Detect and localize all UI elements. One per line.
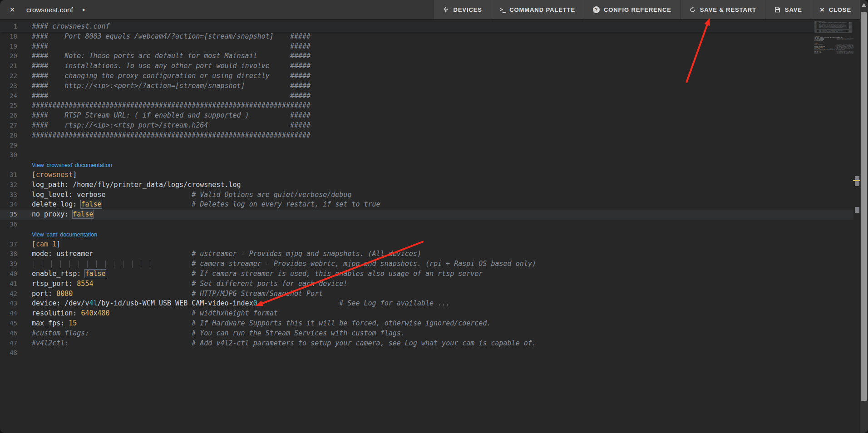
save-restart-label: SAVE & RESTART [700,6,756,13]
code-line[interactable]: 26#### RTSP Stream URL: ( if enabled and… [0,111,853,121]
save-restart-button[interactable]: SAVE & RESTART [680,0,765,19]
line-number: 23 [0,81,17,91]
code-line[interactable]: 36 [0,220,853,230]
line-number: 25 [0,101,17,111]
line-number: 42 [0,289,17,299]
code-line[interactable]: 31[crowsnest] [0,170,853,180]
save-button[interactable]: SAVE [765,0,811,19]
ruler-cursor-mark [853,180,860,181]
line-number: 48 [0,348,17,358]
line-number: 39 [0,259,17,269]
unsaved-changes-dot: ● [82,7,85,12]
line-number: 38 [0,249,17,259]
code-line[interactable]: 48 [0,348,853,358]
close-icon: × [820,6,825,14]
code-line[interactable]: 32log_path: /home/fly/printer_data/logs/… [0,180,853,190]
line-number [0,230,17,240]
line-number: 32 [0,180,17,190]
codelens-row[interactable]: View 'crowsnest' documentation [0,160,853,170]
line-number: 22 [0,71,17,81]
line-number: 1 [0,22,17,32]
code-line[interactable]: 30 [0,150,853,160]
code-line[interactable]: 19#### ##### [0,42,853,52]
line-number: 44 [0,309,17,319]
code-line[interactable]: 44resolution: 640x480 # widthxheight for… [0,309,853,319]
code-line[interactable]: 29 [0,141,853,151]
documentation-link[interactable]: View 'crowsnest' documentation [32,162,112,168]
line-number: 29 [0,141,17,151]
line-number: 43 [0,299,17,309]
file-title: crowsnest.conf [26,6,73,14]
documentation-link[interactable]: View 'cam' documentation [32,231,97,238]
code-line[interactable]: 37[cam 1] [0,240,853,250]
config-reference-button[interactable]: ? CONFIG REFERENCE [584,0,680,19]
code-line[interactable]: 27#### rtsp://<ip>:<rtsp_port>/stream.h2… [0,121,853,131]
usb-icon [442,6,449,13]
ruler-match-mark [855,207,859,213]
code-line[interactable]: 1#### crowsnest.conf [0,22,853,32]
editor-toolbar: × crowsnest.conf ● DEVICES >_ COMMAND PA… [0,0,868,19]
code-line[interactable]: 41rtsp_port: 8554 # Set different ports … [0,279,853,289]
line-number: 33 [0,190,17,200]
line-number: 45 [0,319,17,329]
code-line[interactable]: 18#### Port 8083 equals /webcam4/?action… [0,32,853,42]
line-number: 40 [0,269,17,279]
line-number: 30 [0,150,17,160]
line-number: 19 [0,42,17,52]
config-editor-dialog: × crowsnest.conf ● DEVICES >_ COMMAND PA… [0,0,868,433]
line-number: 27 [0,121,17,131]
line-number: 34 [0,200,17,210]
line-number: 35 [0,210,17,220]
scrollbar-thumb[interactable] [861,12,867,401]
code-line[interactable]: 43device: /dev/v4l/by-id/usb-WCM_USB_WEB… [0,299,853,309]
command-palette-label: COMMAND PALETTE [509,6,575,13]
codelens-row[interactable]: View 'cam' documentation [0,230,853,240]
line-number: 28 [0,131,17,141]
titlebar: × crowsnest.conf ● [0,0,433,19]
line-number [0,160,17,170]
code-line[interactable]: 45max_fps: 15 # If Hardware Supports thi… [0,319,853,329]
scrollbar-track[interactable] [860,0,868,433]
code-line[interactable]: 42port: 8080 # HTTP/MJPG Stream/Snapshot… [0,289,853,299]
line-number: 24 [0,91,17,101]
line-number: 36 [0,220,17,230]
ruler-match-mark [855,176,859,186]
help-circle-icon: ? [593,6,600,13]
save-label: SAVE [785,6,802,13]
toolbar-buttons: DEVICES >_ COMMAND PALETTE ? CONFIG REFE… [433,0,860,19]
code-line[interactable]: 40enable_rtsp: false # If camera-streame… [0,269,853,279]
devices-button[interactable]: DEVICES [433,0,490,19]
save-icon [774,6,781,13]
code-line[interactable]: 46#custom_flags: # You can run the Strea… [0,329,853,339]
devices-label: DEVICES [453,6,482,13]
line-number: 18 [0,32,17,42]
line-number: 31 [0,170,17,180]
code-line[interactable]: 20#### Note: These ports are default for… [0,51,853,61]
command-palette-button[interactable]: >_ COMMAND PALETTE [491,0,584,19]
code-lines: 1#### crowsnest.conf18#### Port 8083 equ… [0,22,853,358]
code-line[interactable]: 35no_proxy: false [0,210,853,220]
code-line[interactable]: 47#v4l2ctl: # Add v4l2-ctl parameters to… [0,339,853,349]
code-line[interactable]: 39 # camera-streamer - Provides webrtc, … [0,259,853,269]
code-line[interactable]: 34delete_log: false # Deletes log on eve… [0,200,853,210]
code-line[interactable]: 22#### changing the proxy configuration … [0,71,853,81]
close-icon[interactable]: × [6,5,18,14]
close-label: CLOSE [829,6,851,13]
close-button[interactable]: × CLOSE [811,0,860,19]
code-line[interactable]: 28######################################… [0,131,853,141]
scroll-up-arrow-icon[interactable] [862,3,866,7]
code-line[interactable]: 25######################################… [0,101,853,111]
code-line[interactable]: 21#### installations. To use any other p… [0,61,853,71]
code-line[interactable]: 38mode: ustreamer # ustreamer - Provides… [0,249,853,259]
code-line[interactable]: 24#### ##### [0,91,853,101]
terminal-icon: >_ [500,6,505,13]
line-number: 41 [0,279,17,289]
line-number: 21 [0,61,17,71]
code-line[interactable]: 23#### http://<ip>:<port>/?action=[strea… [0,81,853,91]
minimap[interactable]: #### crowsnest.conf#### Port 8083 equals… [814,21,853,54]
code-line[interactable]: 33log_level: verbose # Valid Options are… [0,190,853,200]
line-number: 47 [0,339,17,349]
code-editor[interactable]: 1#### crowsnest.conf18#### Port 8083 equ… [0,19,868,433]
config-reference-label: CONFIG REFERENCE [604,6,671,13]
line-number: 26 [0,111,17,121]
